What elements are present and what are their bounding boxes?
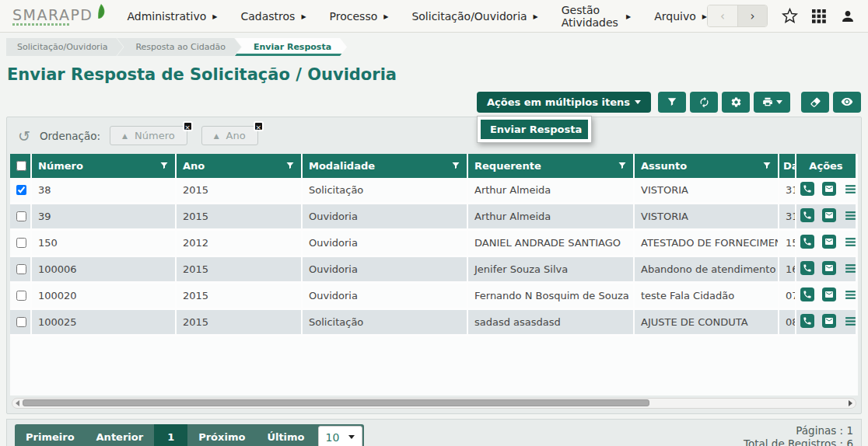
order-chip-label: Ano — [226, 130, 246, 141]
remove-order-icon[interactable]: × — [183, 121, 193, 131]
cell-ano: 2015 — [177, 257, 303, 284]
mail-icon[interactable] — [822, 208, 836, 225]
table-row[interactable]: 100006 2015 Ouvidoria Jenifer Souza Silv… — [10, 257, 857, 284]
table-row[interactable]: 100020 2015 Ouvidoria Fernando N Bosquim… — [10, 284, 857, 310]
phone-icon[interactable] — [800, 182, 814, 198]
menu-processo[interactable]: Processo ▶ — [330, 4, 389, 29]
user-profile-icon[interactable] — [840, 9, 856, 24]
page-size-select[interactable]: 10 — [318, 426, 363, 446]
phone-icon[interactable] — [800, 287, 814, 304]
menu-arquivo[interactable]: Arquivo ▶ — [654, 4, 707, 29]
pages-count: Páginas : 1 — [744, 424, 853, 437]
filter-icon[interactable] — [285, 161, 295, 172]
menu-solicitacao-ouvidoria[interactable]: Solicitação/Ouvidoria ▶ — [411, 4, 537, 29]
next-page-button[interactable]: Próximo — [187, 424, 256, 446]
apps-grid-icon[interactable] — [812, 9, 826, 23]
column-header-modalidade[interactable]: Modalidade — [303, 154, 468, 178]
column-header-data-clipped[interactable]: Da — [779, 154, 796, 178]
cell-assunto: VISTORIA — [635, 178, 779, 204]
breadcrumb-enviar-resposta[interactable]: Enviar Resposta — [235, 38, 347, 56]
current-page-button[interactable]: 1 — [154, 424, 187, 446]
history-forward-button[interactable]: › — [737, 5, 767, 26]
column-header-ano[interactable]: Ano — [177, 154, 303, 178]
reset-order-icon[interactable]: ↺ — [18, 130, 30, 142]
row-checkbox[interactable] — [16, 211, 26, 221]
filter-icon[interactable] — [762, 161, 772, 172]
menu-icon[interactable] — [844, 262, 857, 277]
pager-buttons: Primeiro Anterior 1 Próximo Último 10 — [15, 424, 364, 446]
multi-actions-button[interactable]: Ações em múltiplos itens — [477, 92, 651, 113]
filter-icon[interactable] — [159, 161, 169, 172]
app-logo[interactable]: SMARAPD — [12, 7, 103, 26]
row-checkbox[interactable] — [16, 317, 26, 327]
breadcrumb-resposta-ao-cidadao[interactable]: Resposta ao Cidadão — [117, 38, 241, 56]
row-checkbox[interactable] — [16, 264, 26, 274]
remove-order-icon[interactable]: × — [254, 121, 264, 131]
table-row[interactable]: 39 2015 Ouvidoria Arthur Almeida VISTORI… — [10, 204, 857, 231]
table-row[interactable]: 38 2015 Solicitação Arthur Almeida VISTO… — [10, 178, 857, 204]
row-checkbox[interactable] — [16, 185, 26, 195]
cell-ano: 2015 — [177, 310, 303, 336]
last-page-button[interactable]: Último — [256, 424, 315, 446]
menu-icon[interactable] — [844, 315, 857, 330]
mail-icon[interactable] — [822, 261, 836, 277]
row-actions-cell — [796, 257, 857, 284]
menu-icon[interactable] — [844, 288, 857, 304]
filter-icon[interactable] — [451, 161, 460, 172]
breadcrumb-solicitacao-ouvidoria[interactable]: Solicitação/Ouvidoria — [6, 38, 123, 56]
phone-icon[interactable] — [800, 208, 814, 225]
menu-label: Cadastros — [240, 10, 295, 23]
select-all-header — [10, 154, 32, 178]
mail-icon[interactable] — [822, 314, 836, 330]
cell-assunto: teste Fala Cidadão — [635, 284, 779, 310]
phone-icon[interactable] — [800, 261, 814, 277]
mail-icon[interactable] — [822, 287, 836, 304]
filter-button[interactable] — [658, 92, 686, 113]
column-header-requerente[interactable]: Requerente — [468, 154, 635, 178]
cell-numero: 38 — [32, 178, 177, 204]
clear-filters-button[interactable] — [801, 92, 829, 113]
horizontal-scrollbar[interactable] — [12, 398, 856, 409]
phone-icon[interactable] — [800, 314, 814, 330]
order-chip-ano[interactable]: ▲ Ano × — [201, 126, 258, 145]
menu-gestao-atividades[interactable]: Gestão Atividades ▶ — [562, 4, 631, 29]
settings-button[interactable] — [722, 92, 750, 113]
menu-administrativo[interactable]: Administrativo ▶ — [127, 4, 217, 29]
cell-data-clipped: 16 — [779, 257, 796, 284]
row-select-cell — [10, 257, 32, 284]
order-chip-numero[interactable]: ▲ Número × — [110, 126, 187, 145]
cell-assunto: AJUSTE DE CONDUTA — [635, 310, 779, 336]
column-header-numero[interactable]: Número — [32, 154, 177, 178]
mail-icon[interactable] — [822, 235, 836, 251]
row-checkbox[interactable] — [16, 291, 26, 301]
scroll-right-icon[interactable] — [849, 400, 852, 406]
cell-requerente: Arthur Almeida — [468, 178, 635, 204]
menu-label: Solicitação/Ouvidoria — [411, 10, 527, 23]
mail-icon[interactable] — [822, 182, 836, 198]
menu-icon[interactable] — [844, 209, 857, 225]
scroll-left-icon[interactable] — [16, 400, 19, 406]
phone-icon[interactable] — [800, 235, 814, 251]
menu-icon[interactable] — [844, 183, 857, 198]
select-all-checkbox[interactable] — [16, 161, 26, 171]
print-button[interactable] — [754, 92, 790, 113]
favorites-star-icon[interactable] — [782, 8, 798, 24]
pagination-info: Páginas : 1 Total de Registros : 6 — [744, 424, 853, 446]
refresh-button[interactable] — [690, 92, 718, 113]
table-row[interactable]: 100025 2015 Solicitação sadasd asasdasd … — [10, 310, 857, 336]
scrollbar-thumb[interactable] — [23, 399, 649, 406]
row-select-cell — [10, 310, 32, 336]
history-back-button[interactable]: ‹ — [708, 5, 737, 26]
table-row[interactable]: 150 2012 Ouvidoria DANIEL ANDRADE SANTIA… — [10, 231, 857, 257]
page-title: Enviar Resposta de Solicitação / Ouvidor… — [7, 65, 868, 84]
previous-page-button[interactable]: Anterior — [86, 424, 155, 446]
column-header-assunto[interactable]: Assunto — [635, 154, 779, 178]
filter-icon[interactable] — [618, 161, 627, 172]
view-button[interactable] — [833, 92, 861, 113]
dropdown-item-enviar-resposta[interactable]: Enviar Resposta — [481, 120, 588, 139]
row-checkbox[interactable] — [16, 238, 26, 248]
menu-cadastros[interactable]: Cadastros ▶ — [240, 4, 306, 29]
cell-data-clipped: 08 — [779, 310, 796, 336]
first-page-button[interactable]: Primeiro — [15, 424, 86, 446]
menu-icon[interactable] — [844, 235, 857, 251]
